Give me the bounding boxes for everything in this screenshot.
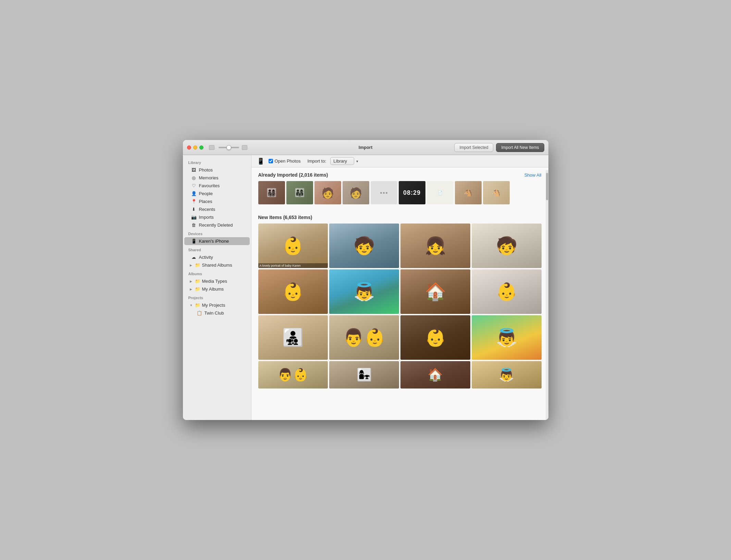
sidebar-item-shared-albums[interactable]: 📁 Shared Albums xyxy=(184,261,250,269)
sidebar-item-my-projects[interactable]: 📁 My Projects xyxy=(184,301,250,309)
albums-section-header: Albums xyxy=(183,269,251,277)
view-toggle-button[interactable] xyxy=(242,145,247,150)
new-item-12[interactable]: 👼 xyxy=(472,315,542,360)
titlebar-actions: Import Selected Import All New Items xyxy=(454,143,544,152)
already-imported-header: Already Imported (2,016 items) Show All xyxy=(251,167,548,181)
photo-caption-1: A lovely portrait of baby Karen xyxy=(258,263,328,268)
shared-albums-icon: 📁 xyxy=(195,263,200,268)
open-photos-label: Open Photos xyxy=(275,158,301,164)
import-to-select-wrapper[interactable]: Library Album xyxy=(330,157,360,165)
media-types-icon: 📁 xyxy=(195,279,200,284)
thumb-2[interactable]: 👨‍👩‍👧 xyxy=(286,181,313,204)
people-icon: 👤 xyxy=(191,191,197,196)
new-item-10[interactable]: 👨‍👶 xyxy=(329,315,399,360)
thumb-9[interactable]: 🐴 xyxy=(483,181,510,204)
zoom-slider-thumb[interactable] xyxy=(226,145,231,150)
scrollbar-thumb[interactable] xyxy=(546,173,548,200)
new-item-13[interactable]: 👨‍👶 xyxy=(258,361,328,389)
memories-icon: ◎ xyxy=(191,175,197,180)
sidebar-item-favourites[interactable]: ♡ Favourites xyxy=(184,182,250,190)
new-item-11[interactable]: 👶 xyxy=(400,315,470,360)
phone-device-icon: 📱 xyxy=(257,157,264,165)
recents-icon: ⬇ xyxy=(191,207,197,212)
sidebar-item-imports[interactable]: 📷 Imports xyxy=(184,213,250,221)
thumb-8[interactable]: 🐴 xyxy=(455,181,482,204)
sidebar-item-memories[interactable]: ◎ Memories xyxy=(184,174,250,182)
twin-club-icon: 📋 xyxy=(197,310,202,316)
imports-icon: 📷 xyxy=(191,215,197,220)
sidebar-item-twin-club[interactable]: 📋 Twin Club xyxy=(184,309,250,317)
sidebar-item-recents[interactable]: ⬇ Recents xyxy=(184,205,250,213)
new-item-3[interactable]: 👧 xyxy=(400,224,470,268)
sidebar-item-karens-iphone[interactable]: 📱 Karen's iPhone xyxy=(184,237,250,245)
sidebar-item-twin-club-label: Twin Club xyxy=(205,310,224,316)
new-items-title: New Items (6,653 items) xyxy=(258,215,312,220)
import-all-button[interactable]: Import All New Items xyxy=(496,143,544,152)
sidebar-item-media-types[interactable]: 📁 Media Types xyxy=(184,277,250,285)
import-area[interactable]: Already Imported (2,016 items) Show All … xyxy=(251,167,548,420)
sidebar-item-shared-albums-label: Shared Albums xyxy=(202,263,232,268)
new-item-16[interactable]: 👼 xyxy=(472,361,542,389)
thumb-6[interactable]: 08:29 xyxy=(399,181,425,204)
already-imported-grid: 👨‍👩‍👧‍👦 👨‍👩‍👧 🧑 🧑 xyxy=(251,181,548,210)
maximize-button[interactable] xyxy=(199,145,203,150)
import-selected-button[interactable]: Import Selected xyxy=(454,143,493,152)
sidebar-item-imports-label: Imports xyxy=(199,215,214,220)
titlebar-controls xyxy=(209,145,247,150)
already-imported-title: Already Imported (2,016 items) xyxy=(258,172,328,178)
open-photos-checkbox[interactable] xyxy=(269,159,273,163)
new-item-5[interactable]: 👶 xyxy=(258,269,328,314)
favourites-icon: ♡ xyxy=(191,183,197,188)
sidebar-item-activity[interactable]: ☁ Activity xyxy=(184,253,250,261)
new-item-2[interactable]: 🧒 xyxy=(329,224,399,268)
sidebar-item-places[interactable]: 📍 Places xyxy=(184,198,250,205)
sidebar-item-karens-iphone-label: Karen's iPhone xyxy=(199,239,229,244)
sidebar-toggle-button[interactable] xyxy=(209,145,214,150)
sidebar-item-my-projects-label: My Projects xyxy=(202,303,225,308)
new-item-4[interactable]: 🧒 xyxy=(472,224,542,268)
sidebar-item-my-albums[interactable]: 📁 My Albums xyxy=(184,285,250,293)
new-item-8[interactable]: 👶 xyxy=(472,269,542,314)
my-projects-icon: 📁 xyxy=(195,303,200,308)
titlebar: Import Import Selected Import All New It… xyxy=(183,140,548,155)
new-item-9[interactable]: 👨‍👧‍👦 xyxy=(258,315,328,360)
zoom-slider-track[interactable] xyxy=(219,147,239,148)
scrollbar-track[interactable] xyxy=(546,170,548,420)
minimize-button[interactable] xyxy=(193,145,197,150)
main-window: Import Import Selected Import All New It… xyxy=(183,140,548,420)
import-to-label: Import to: xyxy=(307,158,326,164)
window-title: Import xyxy=(359,145,372,150)
sidebar-item-people[interactable]: 👤 People xyxy=(184,190,250,198)
import-toolbar: 📱 Open Photos Import to: Library Album xyxy=(251,155,548,167)
devices-section-header: Devices xyxy=(183,229,251,237)
media-types-chevron xyxy=(190,280,193,283)
library-section-header: Library xyxy=(183,158,251,166)
new-item-7[interactable]: 🏠 xyxy=(400,269,470,314)
show-all-link[interactable]: Show All xyxy=(524,173,542,178)
import-to-select[interactable]: Library Album xyxy=(330,157,354,165)
sidebar-item-photos[interactable]: 🖼 Photos xyxy=(184,166,250,174)
new-item-15[interactable]: 🏠 xyxy=(400,361,470,389)
sidebar-item-recently-deleted[interactable]: 🗑 Recently Deleted xyxy=(184,221,250,229)
thumb-1[interactable]: 👨‍👩‍👧‍👦 xyxy=(258,181,285,204)
thumb-7[interactable]: 📄 xyxy=(427,181,454,204)
close-button[interactable] xyxy=(187,145,191,150)
traffic-lights xyxy=(187,145,203,150)
thumb-4[interactable]: 🧑 xyxy=(343,181,369,204)
open-photos-checkbox-label[interactable]: Open Photos xyxy=(269,158,301,164)
photos-icon: 🖼 xyxy=(191,167,197,173)
new-item-14[interactable]: 👩‍👧 xyxy=(329,361,399,389)
sidebar-item-media-types-label: Media Types xyxy=(202,279,227,284)
projects-section-header: Projects xyxy=(183,293,251,301)
trash-icon: 🗑 xyxy=(191,222,197,228)
new-item-1[interactable]: 👶 A lovely portrait of baby Karen xyxy=(258,224,328,268)
iphone-icon: 📱 xyxy=(191,239,197,244)
sidebar-item-recently-deleted-label: Recently Deleted xyxy=(199,222,233,228)
new-items-header: New Items (6,653 items) xyxy=(251,210,548,224)
shared-albums-chevron xyxy=(190,264,193,267)
sidebar-item-my-albums-label: My Albums xyxy=(202,287,224,292)
thumb-5[interactable] xyxy=(371,181,397,204)
my-projects-chevron xyxy=(190,304,193,307)
thumb-3[interactable]: 🧑 xyxy=(314,181,341,204)
new-item-6[interactable]: 👼 xyxy=(329,269,399,314)
